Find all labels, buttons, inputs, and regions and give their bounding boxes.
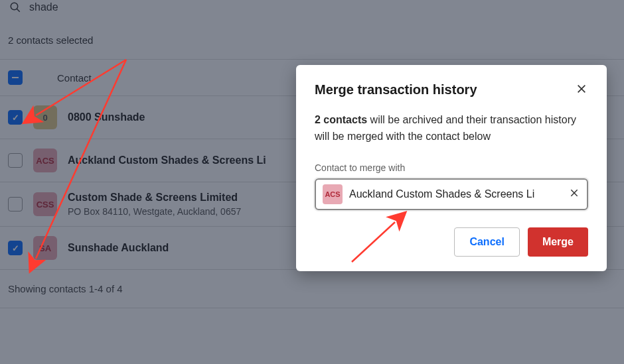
cancel-button[interactable]: Cancel bbox=[454, 227, 519, 257]
modal-title: Merge transaction history bbox=[315, 82, 477, 97]
merge-field-label: Contact to merge with bbox=[315, 162, 588, 178]
merge-contact-input[interactable]: ACS Auckland Custom Shades & Screens Li bbox=[315, 178, 588, 210]
modal-actions: Cancel Merge bbox=[315, 210, 588, 257]
avatar: ACS bbox=[323, 184, 343, 204]
merge-button[interactable]: Merge bbox=[528, 227, 588, 257]
modal-description: 2 contacts will be archived and their tr… bbox=[315, 112, 588, 162]
close-icon[interactable] bbox=[575, 82, 588, 95]
merge-modal: Merge transaction history 2 contacts wil… bbox=[296, 65, 607, 271]
modal-desc-bold: 2 contacts bbox=[315, 114, 367, 125]
page-root: shade 2 contacts selected Contact ✓ 0 08… bbox=[0, 0, 624, 364]
clear-icon[interactable] bbox=[568, 187, 580, 201]
merge-contact-name: Auckland Custom Shades & Screens Li bbox=[349, 188, 562, 200]
modal-header: Merge transaction history bbox=[315, 82, 588, 112]
